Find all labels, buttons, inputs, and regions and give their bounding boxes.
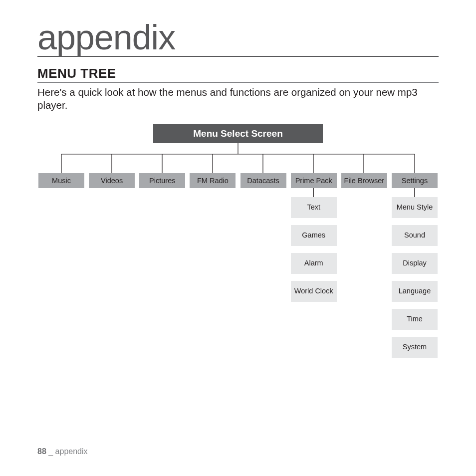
node-system: System <box>392 337 438 358</box>
node-time: Time <box>392 309 438 330</box>
section-title: MENU TREE <box>37 66 439 83</box>
node-music: Music <box>38 173 84 188</box>
connector-line <box>414 188 415 197</box>
page-number: 88 <box>37 447 46 456</box>
footer-section: appendix <box>55 447 88 456</box>
page-footer: 88 _ appendix <box>37 447 88 456</box>
root-node: Menu Select Screen <box>153 124 323 143</box>
node-sound: Sound <box>392 225 438 246</box>
connector-line <box>313 188 314 197</box>
prime-pack-column: Text Games Alarm World Clock <box>291 188 337 365</box>
node-games: Games <box>291 225 337 246</box>
intro-text: Here's a quick look at how the menus and… <box>37 86 439 111</box>
main-row: Music Videos Pictures FM Radio Datacasts… <box>38 173 438 188</box>
footer-sep: _ <box>46 447 55 456</box>
tree-connectors <box>38 143 438 173</box>
node-world-clock: World Clock <box>291 281 337 302</box>
node-language: Language <box>392 281 438 302</box>
node-datacasts: Datacasts <box>240 173 286 188</box>
settings-column: Menu Style Sound Display Language Time S… <box>392 188 438 365</box>
node-menu-style: Menu Style <box>392 197 438 218</box>
node-alarm: Alarm <box>291 253 337 274</box>
node-prime-pack: Prime Pack <box>291 173 337 188</box>
node-display: Display <box>392 253 438 274</box>
page-title: appendix <box>37 20 439 57</box>
node-fm-radio: FM Radio <box>190 173 236 188</box>
sub-row: Text Games Alarm World Clock Menu Style … <box>38 188 438 365</box>
node-settings: Settings <box>392 173 438 188</box>
node-videos: Videos <box>89 173 135 188</box>
node-pictures: Pictures <box>139 173 185 188</box>
node-file-browser: File Browser <box>341 173 387 188</box>
node-text: Text <box>291 197 337 218</box>
menu-tree: Menu Select Screen Music Videos Pictures… <box>38 124 438 365</box>
